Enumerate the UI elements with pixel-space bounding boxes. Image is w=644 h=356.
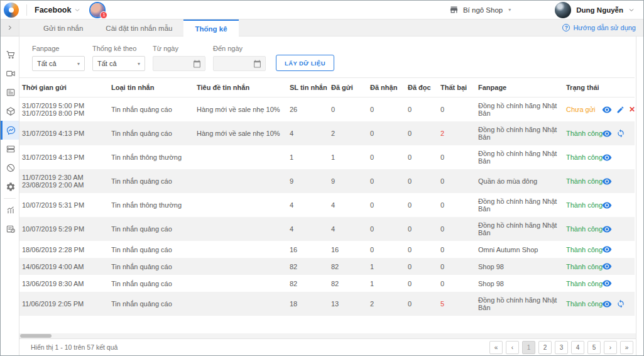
status-badge: Chưa gửi bbox=[566, 106, 596, 113]
sidebar bbox=[1, 19, 19, 355]
edit-button[interactable] bbox=[616, 106, 625, 114]
cell-failed: 0 bbox=[438, 169, 476, 193]
table-row: 13/06/2019 8:30 AMTin nhắn quảng cáo8282… bbox=[19, 275, 635, 292]
store-icon bbox=[449, 5, 459, 14]
chevron-down-icon[interactable] bbox=[74, 8, 80, 13]
spacer bbox=[19, 316, 636, 333]
fanpage-select[interactable]: Tất cả ▾ bbox=[32, 56, 85, 71]
cell-received: 2 bbox=[368, 292, 405, 316]
footer: Hiển thị 1 - 10 trên 57 kết quả «‹12345›… bbox=[19, 338, 636, 355]
page-prev-button[interactable]: ‹ bbox=[506, 341, 519, 354]
col-status: Trạng thái bbox=[564, 78, 599, 97]
cell-read: 0 bbox=[405, 275, 438, 292]
status-badge: Thành công bbox=[566, 201, 603, 209]
page-1-button[interactable]: 1 bbox=[522, 341, 535, 354]
cart-icon bbox=[6, 50, 16, 60]
results-summary: Hiển thị 1 - 10 trên 57 kết quả bbox=[31, 343, 117, 351]
tab-send-message[interactable]: Gửi tin nhắn bbox=[32, 19, 94, 36]
cell-read: 0 bbox=[405, 217, 438, 241]
sidebar-item-video[interactable] bbox=[1, 64, 19, 83]
view-button[interactable] bbox=[602, 300, 612, 308]
resend-button[interactable] bbox=[616, 299, 625, 308]
page-avatar[interactable] bbox=[109, 3, 123, 17]
settings-icon bbox=[6, 182, 16, 192]
calendar-icon bbox=[253, 60, 261, 68]
page-2-button[interactable]: 2 bbox=[538, 341, 552, 354]
page-avatar-selected[interactable]: 1 bbox=[90, 3, 104, 17]
view-button[interactable] bbox=[602, 201, 612, 209]
cell-message-type: Tin nhắn quảng cáo bbox=[109, 258, 194, 275]
tab-statistics[interactable]: Thống kê bbox=[183, 19, 238, 36]
cell-message-title bbox=[194, 193, 287, 217]
sidebar-item-cart[interactable] bbox=[1, 45, 19, 64]
cell-fanpage: Đồng hồ chính hãng Nhật Bản bbox=[476, 121, 564, 145]
sidebar-item-package[interactable] bbox=[1, 102, 19, 121]
page-first-button[interactable]: « bbox=[489, 341, 503, 354]
page-last-button[interactable]: » bbox=[620, 341, 633, 354]
sidebar-item-orders[interactable] bbox=[1, 140, 19, 159]
cell-total: 4 bbox=[287, 217, 329, 241]
cell-fanpage: Shop 98 bbox=[476, 275, 564, 292]
orders-icon bbox=[6, 144, 16, 154]
from-date-input[interactable] bbox=[153, 56, 205, 71]
page-3-button[interactable]: 3 bbox=[555, 341, 568, 354]
cell-failed: 0 bbox=[438, 241, 476, 258]
messenger-icon bbox=[6, 125, 16, 136]
scrollbar-thumb[interactable] bbox=[20, 334, 52, 338]
stat-by-filter-label: Thống kê theo bbox=[92, 45, 145, 52]
tab-template-settings[interactable]: Cài đặt tin nhắn mẫu bbox=[94, 19, 183, 36]
sidebar-item-settings[interactable] bbox=[1, 177, 19, 196]
cell-read: 0 bbox=[405, 193, 438, 217]
page-4-button[interactable]: 4 bbox=[571, 341, 584, 354]
notification-badge: 1 bbox=[100, 11, 107, 19]
cell-actions: ✕ bbox=[599, 97, 635, 122]
user-menu[interactable]: Dung Nguyễn bbox=[555, 2, 635, 18]
cell-actions bbox=[599, 217, 635, 241]
cell-time: 10/07/2019 5:31 PM bbox=[19, 193, 109, 217]
sidebar-item-news[interactable] bbox=[1, 83, 19, 102]
sidebar-item-messenger[interactable] bbox=[1, 121, 19, 140]
help-link[interactable]: ? Hướng dẫn sử dụng bbox=[562, 19, 643, 36]
sidebar-item-block[interactable] bbox=[1, 159, 19, 177]
table-row: 10/07/2019 5:29 PMTin nhắn quảng cáo4400… bbox=[19, 217, 635, 241]
stat-by-select[interactable]: Tất cả ▾ bbox=[92, 56, 145, 71]
shop-selector[interactable]: Bí ngô Shop ▾ bbox=[449, 5, 511, 14]
cell-total: 16 bbox=[287, 241, 329, 258]
view-button[interactable] bbox=[602, 262, 612, 270]
eye-icon bbox=[602, 153, 612, 162]
resend-button[interactable] bbox=[616, 129, 625, 138]
sync-icon bbox=[616, 129, 625, 138]
view-button[interactable] bbox=[602, 106, 612, 114]
eye-icon bbox=[602, 177, 612, 186]
table-header-row: Thời gian gửi Loại tin nhắn Tiêu đề tin … bbox=[19, 78, 635, 97]
cell-total: 82 bbox=[287, 258, 329, 275]
user-name: Dung Nguyễn bbox=[576, 6, 623, 14]
cell-time: 10/07/2019 5:29 PM bbox=[19, 217, 109, 241]
view-button[interactable] bbox=[602, 279, 612, 287]
fetch-data-button[interactable]: LẤY DỮ LIỆU bbox=[276, 55, 334, 71]
platform-selector-label[interactable]: Facebook bbox=[35, 6, 71, 14]
cell-time: 11/07/2019 2:30 AM 23/08/2019 2:00 AM bbox=[19, 169, 109, 193]
sidebar-item-report[interactable] bbox=[1, 220, 19, 238]
view-button[interactable] bbox=[602, 225, 612, 233]
delete-icon: ✕ bbox=[629, 106, 635, 113]
sidebar-item-stats[interactable] bbox=[1, 201, 19, 220]
eye-icon bbox=[602, 279, 612, 287]
view-button[interactable] bbox=[602, 130, 612, 138]
page-5-button[interactable]: 5 bbox=[587, 341, 601, 354]
eye-icon bbox=[602, 245, 612, 253]
col-read: Đã đọc bbox=[405, 78, 438, 97]
view-button[interactable] bbox=[602, 153, 612, 162]
to-date-input[interactable] bbox=[213, 56, 266, 71]
table-row: 10/07/2019 5:31 PMTin nhắn thông thường4… bbox=[19, 193, 635, 217]
cell-sent: 82 bbox=[329, 258, 368, 275]
delete-button[interactable]: ✕ bbox=[629, 106, 635, 113]
sidebar-expand-button[interactable] bbox=[1, 19, 19, 36]
tab-bar: Gửi tin nhắnCài đặt tin nhắn mẫuThống kê… bbox=[19, 19, 643, 36]
cell-failed: 0 bbox=[438, 97, 476, 122]
page-next-button[interactable]: › bbox=[604, 341, 617, 354]
cell-received: 0 bbox=[368, 97, 405, 122]
cell-failed: 0 bbox=[438, 193, 476, 217]
view-button[interactable] bbox=[602, 177, 612, 186]
view-button[interactable] bbox=[602, 245, 612, 253]
